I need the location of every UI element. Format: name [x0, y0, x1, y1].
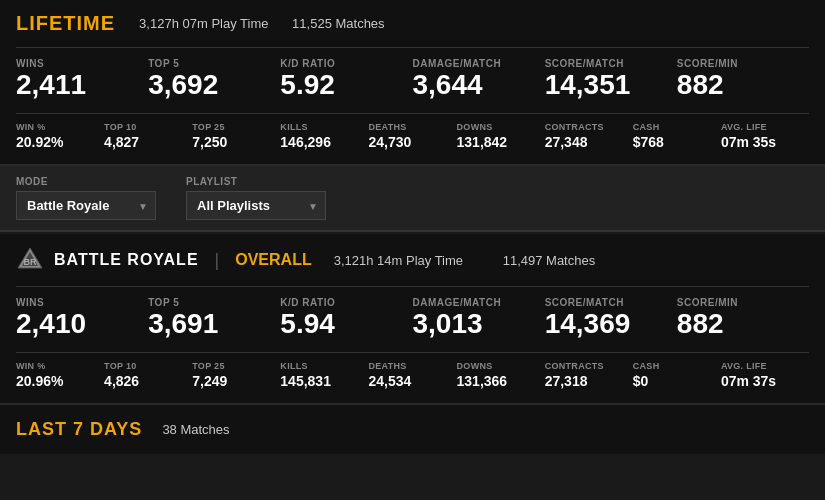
lifetime-stat-block: K/D RATIO 5.92 [280, 58, 412, 99]
stat-label-sm: Top 25 [192, 361, 272, 371]
lifetime-stat-block: DAMAGE/MATCH 3,644 [413, 58, 545, 99]
br-stat-sm-block: Cash $0 [633, 361, 721, 389]
stat-value-sm: 131,366 [457, 373, 537, 389]
stat-label: DAMAGE/MATCH [413, 297, 535, 308]
playlist-filter-label: Playlist [186, 176, 326, 187]
stat-label-sm: Contracts [545, 122, 625, 132]
stat-value: 3,013 [413, 310, 535, 338]
lifetime-header: LIFETIME 3,127h 07m Play Time 11,525 Mat… [16, 12, 809, 35]
stat-label-sm: Downs [457, 361, 537, 371]
lifetime-section: LIFETIME 3,127h 07m Play Time 11,525 Mat… [0, 0, 825, 166]
lifetime-stat-sm-block: Top 25 7,250 [192, 122, 280, 150]
last7days-matches: 38 Matches [162, 422, 229, 437]
br-stat-sm-block: Win % 20.96% [16, 361, 104, 389]
br-meta: 3,121h 14m Play Time 11,497 Matches [334, 253, 616, 268]
stat-value: 2,410 [16, 310, 138, 338]
lifetime-stat-sm-block: Top 10 4,827 [104, 122, 192, 150]
br-playtime: 3,121h 14m Play Time [334, 253, 463, 268]
stat-value-sm: 145,831 [280, 373, 360, 389]
lifetime-playtime: 3,127h 07m Play Time [139, 16, 268, 31]
stat-label-sm: Kills [280, 361, 360, 371]
stat-label-sm: Deaths [368, 361, 448, 371]
br-stat-block: DAMAGE/MATCH 3,013 [413, 297, 545, 338]
stat-label-sm: Cash [633, 122, 713, 132]
stat-label-sm: Kills [280, 122, 360, 132]
br-stat-block: SCORE/MATCH 14,369 [545, 297, 677, 338]
br-title: BATTLE ROYALE [54, 251, 199, 269]
stat-value: 14,369 [545, 310, 667, 338]
stat-label-sm: Top 10 [104, 122, 184, 132]
stat-label-sm: Avg. Life [721, 122, 801, 132]
stat-label: WINS [16, 297, 138, 308]
br-divider: | [215, 250, 220, 271]
stat-value-sm: $768 [633, 134, 713, 150]
br-secondary-stats: Win % 20.96% Top 10 4,826 Top 25 7,249 K… [16, 352, 809, 389]
stat-label-sm: Cash [633, 361, 713, 371]
br-stat-block: SCORE/MIN 882 [677, 297, 809, 338]
lifetime-stat-block: SCORE/MATCH 14,351 [545, 58, 677, 99]
mode-filter-label: Mode [16, 176, 156, 187]
stat-label-sm: Avg. Life [721, 361, 801, 371]
br-stat-block: WINS 2,410 [16, 297, 148, 338]
stat-label: K/D RATIO [280, 58, 402, 69]
br-stat-sm-block: Top 25 7,249 [192, 361, 280, 389]
stat-label-sm: Win % [16, 361, 96, 371]
last7days-title: LAST 7 DAYS [16, 419, 142, 440]
stat-value-sm: 20.96% [16, 373, 96, 389]
lifetime-stat-sm-block: Avg. Life 07m 35s [721, 122, 809, 150]
stat-value: 5.94 [280, 310, 402, 338]
stat-value: 2,411 [16, 71, 138, 99]
stat-value: 14,351 [545, 71, 667, 99]
lifetime-stat-sm-block: Cash $768 [633, 122, 721, 150]
mode-select-wrapper[interactable]: Battle RoyaleResurgencePlunder [16, 191, 156, 220]
stat-label: TOP 5 [148, 58, 270, 69]
br-stat-sm-block: Kills 145,831 [280, 361, 368, 389]
stat-value-sm: $0 [633, 373, 713, 389]
stat-value: 882 [677, 310, 799, 338]
stat-label: DAMAGE/MATCH [413, 58, 535, 69]
svg-text:BR: BR [24, 257, 37, 267]
stat-value-sm: 27,318 [545, 373, 625, 389]
mode-select[interactable]: Battle RoyaleResurgencePlunder [16, 191, 156, 220]
br-matches: 11,497 Matches [503, 253, 596, 268]
stat-label: TOP 5 [148, 297, 270, 308]
lifetime-matches: 11,525 Matches [292, 16, 385, 31]
stat-label: SCORE/MATCH [545, 297, 667, 308]
stat-label: SCORE/MIN [677, 297, 799, 308]
lifetime-stat-sm-block: Contracts 27,348 [545, 122, 633, 150]
stat-value-sm: 7,250 [192, 134, 272, 150]
stat-value-sm: 24,534 [368, 373, 448, 389]
stat-value: 882 [677, 71, 799, 99]
stat-label: K/D RATIO [280, 297, 402, 308]
br-stat-sm-block: Deaths 24,534 [368, 361, 456, 389]
br-stat-sm-block: Downs 131,366 [457, 361, 545, 389]
stat-label-sm: Win % [16, 122, 96, 132]
stat-value-sm: 24,730 [368, 134, 448, 150]
playlist-filter-group: Playlist All PlaylistsSolosDuosTriosQuad… [186, 176, 326, 220]
lifetime-stat-sm-block: Deaths 24,730 [368, 122, 456, 150]
battle-royale-section: BR BATTLE ROYALE | OVERALL 3,121h 14m Pl… [0, 234, 825, 405]
stat-value-sm: 07m 37s [721, 373, 801, 389]
stat-label-sm: Top 10 [104, 361, 184, 371]
br-stat-sm-block: Avg. Life 07m 37s [721, 361, 809, 389]
stat-value: 3,644 [413, 71, 535, 99]
stat-label: SCORE/MIN [677, 58, 799, 69]
playlist-select[interactable]: All PlaylistsSolosDuosTriosQuads [186, 191, 326, 220]
battle-royale-icon: BR [16, 246, 44, 274]
stat-label-sm: Top 25 [192, 122, 272, 132]
stat-value-sm: 27,348 [545, 134, 625, 150]
stat-value-sm: 146,296 [280, 134, 360, 150]
last7days-section: LAST 7 DAYS 38 Matches [0, 405, 825, 454]
stat-value-sm: 07m 35s [721, 134, 801, 150]
br-primary-stats: WINS 2,410 TOP 5 3,691 K/D RATIO 5.94 DA… [16, 286, 809, 338]
lifetime-stat-block: TOP 5 3,692 [148, 58, 280, 99]
br-subtitle: OVERALL [235, 251, 311, 269]
stat-label-sm: Contracts [545, 361, 625, 371]
br-stat-sm-block: Top 10 4,826 [104, 361, 192, 389]
stat-value-sm: 4,826 [104, 373, 184, 389]
stat-label: WINS [16, 58, 138, 69]
br-stat-block: TOP 5 3,691 [148, 297, 280, 338]
playlist-select-wrapper[interactable]: All PlaylistsSolosDuosTriosQuads [186, 191, 326, 220]
lifetime-stat-sm-block: Downs 131,842 [457, 122, 545, 150]
mode-filter-group: Mode Battle RoyaleResurgencePlunder [16, 176, 156, 220]
